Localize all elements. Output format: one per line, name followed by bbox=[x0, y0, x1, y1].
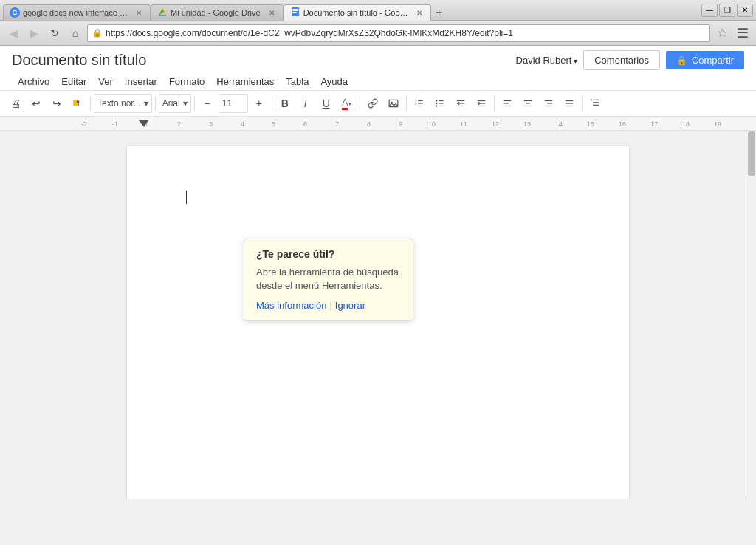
scrollbar-vertical[interactable] bbox=[746, 131, 756, 499]
lock-icon: 🔒 bbox=[676, 55, 687, 66]
underline-button[interactable]: U bbox=[317, 94, 336, 113]
print-button[interactable]: 🖨 bbox=[6, 94, 25, 113]
line-spacing-button[interactable] bbox=[585, 94, 605, 113]
svg-text:14: 14 bbox=[555, 120, 563, 128]
close-button[interactable]: ✕ bbox=[737, 4, 753, 17]
docs-header-top: Documento sin título David Rubert Coment… bbox=[12, 50, 744, 70]
align-right-button[interactable] bbox=[539, 94, 558, 113]
menu-editar[interactable]: Editar bbox=[55, 73, 92, 90]
home-button[interactable]: ⌂ bbox=[66, 24, 84, 42]
tab-favicon-1: G bbox=[10, 7, 20, 18]
ordered-list-button[interactable]: 1.2.3. bbox=[410, 94, 429, 113]
font-select[interactable]: Arial ▾ bbox=[159, 94, 191, 113]
style-select[interactable]: Texto nor... ▾ bbox=[94, 94, 152, 113]
svg-text:3.: 3. bbox=[415, 104, 417, 107]
tab-1[interactable]: G google docs new interface - B... ✕ bbox=[3, 4, 151, 21]
font-size-select[interactable]: 11 bbox=[219, 94, 248, 113]
tab-label-1: google docs new interface - B... bbox=[23, 8, 128, 17]
svg-text:-1: -1 bbox=[112, 120, 118, 128]
tab-3[interactable]: Documento sin título - Google ... ✕ bbox=[284, 4, 431, 21]
font-label: Arial bbox=[162, 98, 180, 109]
tab-favicon-3 bbox=[290, 7, 300, 18]
bold-button[interactable]: B bbox=[275, 94, 295, 113]
align-left-button[interactable] bbox=[498, 94, 517, 113]
tooltip-more-link[interactable]: Más información bbox=[256, 300, 326, 311]
reload-button[interactable]: ↻ bbox=[46, 24, 63, 42]
font-size-decrease[interactable]: − bbox=[198, 94, 217, 113]
svg-rect-6 bbox=[292, 12, 296, 13]
restore-button[interactable]: ❐ bbox=[719, 4, 735, 17]
address-input[interactable] bbox=[106, 28, 705, 38]
scrollbar-thumb[interactable] bbox=[748, 131, 755, 176]
align-justify-button[interactable] bbox=[560, 94, 579, 113]
font-color-button[interactable]: A ▾ bbox=[337, 94, 357, 113]
secure-icon: 🔒 bbox=[92, 28, 103, 38]
svg-point-22 bbox=[436, 103, 437, 104]
menu-archivo[interactable]: Archivo bbox=[12, 73, 55, 90]
increase-indent-button[interactable] bbox=[472, 94, 491, 113]
svg-text:16: 16 bbox=[619, 120, 626, 128]
menu-tabla[interactable]: Tabla bbox=[280, 73, 315, 90]
share-label: Compartir bbox=[692, 55, 734, 66]
menu-ayuda[interactable]: Ayuda bbox=[315, 73, 354, 90]
comments-button[interactable]: Comentarios bbox=[583, 50, 660, 70]
tab-2[interactable]: Mi unidad - Google Drive ✕ bbox=[151, 4, 284, 21]
tab-label-3: Documento sin título - Google ... bbox=[303, 8, 408, 17]
share-button[interactable]: 🔒 Compartir bbox=[666, 51, 744, 69]
user-name[interactable]: David Rubert bbox=[516, 55, 578, 66]
tooltip-separator: | bbox=[329, 300, 331, 311]
bookmark-button[interactable]: ☆ bbox=[713, 24, 731, 42]
svg-text:5: 5 bbox=[272, 120, 275, 128]
menu-insertar[interactable]: Insertar bbox=[119, 73, 163, 90]
decrease-indent-button[interactable] bbox=[451, 94, 470, 113]
tooltip-popup: ¿Te parece útil? Abre la herramienta de … bbox=[244, 239, 413, 321]
menu-ver[interactable]: Ver bbox=[92, 73, 119, 90]
tooltip-ignore-link[interactable]: Ignorar bbox=[335, 300, 365, 311]
menu-herramientas[interactable]: Herramientas bbox=[210, 73, 280, 90]
style-chevron: ▾ bbox=[144, 98, 148, 109]
doc-page[interactable] bbox=[127, 146, 629, 499]
svg-rect-5 bbox=[292, 10, 298, 11]
redo-button[interactable]: ↪ bbox=[47, 94, 66, 113]
svg-point-23 bbox=[436, 105, 437, 106]
menu-formato[interactable]: Formato bbox=[163, 73, 210, 90]
bullet-list-button[interactable] bbox=[430, 94, 450, 113]
tab-close-1[interactable]: ✕ bbox=[134, 7, 144, 18]
font-color-a: A bbox=[342, 97, 348, 110]
docs-page: Documento sin título David Rubert Coment… bbox=[0, 46, 756, 499]
ruler-content: -2 -1 1 2 3 4 5 6 7 8 9 10 11 12 13 14 1… bbox=[0, 117, 756, 131]
svg-text:18: 18 bbox=[682, 120, 690, 128]
svg-rect-9 bbox=[77, 101, 80, 103]
minimize-button[interactable]: — bbox=[701, 4, 718, 17]
svg-text:3: 3 bbox=[209, 120, 213, 128]
undo-button[interactable]: ↩ bbox=[27, 94, 46, 113]
toolbar-sep-6 bbox=[406, 96, 407, 111]
italic-button[interactable]: I bbox=[296, 94, 315, 113]
menu-bar: Archivo Editar Ver Insertar Formato Herr… bbox=[12, 73, 744, 90]
window-controls: — ❐ ✕ bbox=[701, 4, 753, 17]
toolbar-sep-1 bbox=[90, 96, 91, 111]
font-size-value: 11 bbox=[222, 98, 232, 109]
tab-close-3[interactable]: ✕ bbox=[414, 7, 425, 18]
docs-header: Documento sin título David Rubert Coment… bbox=[0, 46, 756, 91]
toolbar: 🖨 ↩ ↪ Texto nor... ▾ Arial ▾ − 11 + B I … bbox=[0, 91, 756, 117]
image-button[interactable] bbox=[384, 94, 403, 113]
new-tab-button[interactable]: + bbox=[431, 4, 447, 21]
tab-strip: G google docs new interface - B... ✕ Mi … bbox=[3, 0, 447, 21]
link-button[interactable] bbox=[363, 94, 382, 113]
back-button[interactable]: ◀ bbox=[4, 24, 22, 42]
doc-title[interactable]: Documento sin título bbox=[12, 52, 146, 69]
tooltip-body: Abre la herramienta de búsqueda desde el… bbox=[256, 266, 401, 292]
font-size-increase[interactable]: + bbox=[250, 94, 269, 113]
settings-button[interactable]: ☰ bbox=[734, 24, 752, 42]
toolbar-sep-2 bbox=[155, 96, 156, 111]
svg-text:9: 9 bbox=[399, 120, 402, 128]
address-bar-container: 🔒 bbox=[87, 24, 710, 42]
align-center-button[interactable] bbox=[518, 94, 537, 113]
forward-button[interactable]: ▶ bbox=[25, 24, 43, 42]
svg-text:10: 10 bbox=[428, 120, 436, 128]
svg-text:17: 17 bbox=[650, 120, 658, 128]
tab-close-2[interactable]: ✕ bbox=[267, 7, 277, 18]
toolbar-sep-8 bbox=[582, 96, 583, 111]
paint-format-button[interactable] bbox=[68, 94, 87, 113]
